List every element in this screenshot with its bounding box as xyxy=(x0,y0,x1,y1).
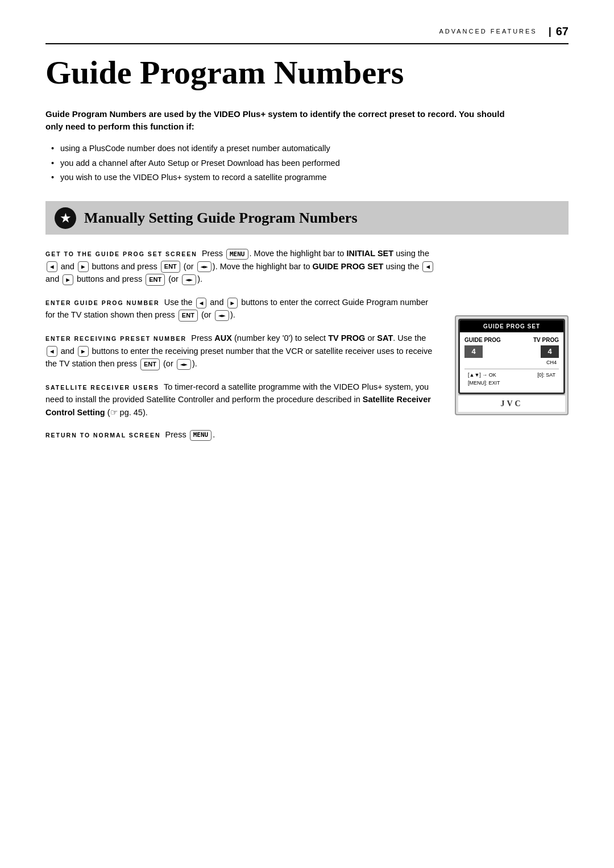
ent-btn-2: ENT xyxy=(146,274,165,286)
bullet-item-3: you wish to use the VIDEO Plus+ system t… xyxy=(51,172,569,184)
section-icon-container: ★ xyxy=(55,207,76,229)
instruction-label-2: ENTER GUIDE PROG NUMBER xyxy=(45,299,160,306)
page-header: ADVANCED FEATURES | 67 xyxy=(45,23,569,44)
footer-left: [▲▼] → OK[MENU]: EXIT xyxy=(468,372,500,387)
instruction-label-5: RETURN TO NORMAL SCREEN xyxy=(45,432,161,439)
section-header: ★ Manually Setting Guide Program Numbers xyxy=(45,201,569,235)
col1-label: GUIDE PROG xyxy=(464,336,501,344)
ent-btn-3: ENT xyxy=(179,310,198,322)
screen-diagram: GUIDE PROG SET GUIDE PROG TV PROG 4 4 CH… xyxy=(455,315,569,441)
skip-btn-1: ◄► xyxy=(197,261,211,272)
main-content: GET TO THE GUIDE PROG SET SCREEN Press M… xyxy=(45,247,569,441)
instruction-text-5: Press MENU. xyxy=(163,430,215,439)
col1-value: 4 xyxy=(464,345,483,358)
menu-btn-2: MENU xyxy=(190,430,212,441)
left-arrow-1: ◀ xyxy=(47,261,57,272)
right-arrow-3: ▶ xyxy=(227,298,238,308)
section-label: ADVANCED FEATURES xyxy=(439,27,537,36)
star-icon: ★ xyxy=(60,212,70,224)
skip-btn-2: ◄► xyxy=(182,274,196,285)
instruction-label-3: ENTER RECEIVING PRESET NUMBER xyxy=(45,335,186,342)
page-title: Guide Program Numbers xyxy=(45,55,569,91)
col2-value: 4 xyxy=(541,345,559,358)
instruction-get-to-screen: GET TO THE GUIDE PROG SET SCREEN Press M… xyxy=(45,247,438,286)
bullet-item-1: using a PlusCode number does not identif… xyxy=(51,143,569,155)
intro-bullet-list: using a PlusCode number does not identif… xyxy=(51,143,569,184)
page-number: 67 xyxy=(556,23,569,40)
instruction-return: RETURN TO NORMAL SCREEN Press MENU. xyxy=(45,429,438,441)
col2-label: TV PROG xyxy=(533,336,559,344)
instructions-text: GET TO THE GUIDE PROG SET SCREEN Press M… xyxy=(45,247,438,441)
jvc-brand: JVC xyxy=(458,394,565,412)
section-title: Manually Setting Guide Program Numbers xyxy=(84,207,358,229)
left-arrow-2: ◀ xyxy=(422,261,433,272)
footer-right: [0]: SAT xyxy=(537,372,555,387)
right-arrow-1: ▶ xyxy=(78,261,89,272)
instruction-label-4: SATELLITE RECEIVER USERS xyxy=(45,384,159,391)
screen-footer: [▲▼] → OK[MENU]: EXIT [0]: SAT xyxy=(464,369,559,389)
ent-btn-4: ENT xyxy=(140,358,160,370)
instruction-enter-preset: ENTER RECEIVING PRESET NUMBER Press AUX … xyxy=(45,332,438,370)
left-arrow-3: ◀ xyxy=(196,298,207,308)
instruction-enter-guide: ENTER GUIDE PROG NUMBER Use the ◀ and ▶ … xyxy=(45,296,438,322)
right-arrow-2: ▶ xyxy=(63,274,73,285)
screen-body: GUIDE PROG TV PROG 4 4 CH4 [▲▼] → OK[MEN… xyxy=(460,332,563,393)
instruction-satellite: SATELLITE RECEIVER USERS To timer-record… xyxy=(45,381,438,419)
intro-bold: Guide Program Numbers are used by the VI… xyxy=(45,108,512,133)
screen-title: GUIDE PROG SET xyxy=(460,320,563,332)
screen-col-headers: GUIDE PROG TV PROG xyxy=(464,336,559,344)
skip-btn-4: ◄► xyxy=(177,359,191,370)
ch4-label: CH4 xyxy=(464,359,559,367)
menu-btn-1: MENU xyxy=(226,249,248,260)
right-arrow-4: ▶ xyxy=(78,346,89,357)
divider: | xyxy=(549,24,551,39)
tv-outer: GUIDE PROG SET GUIDE PROG TV PROG 4 4 CH… xyxy=(455,315,569,415)
instruction-label-1: GET TO THE GUIDE PROG SET SCREEN xyxy=(45,251,197,257)
bullet-item-2: you add a channel after Auto Setup or Pr… xyxy=(51,157,569,170)
skip-btn-3: ◄► xyxy=(215,310,229,321)
screen-values: 4 4 xyxy=(464,345,559,358)
ent-btn-1: ENT xyxy=(161,261,180,273)
left-arrow-4: ◀ xyxy=(47,346,57,357)
tv-screen: GUIDE PROG SET GUIDE PROG TV PROG 4 4 CH… xyxy=(458,319,565,394)
